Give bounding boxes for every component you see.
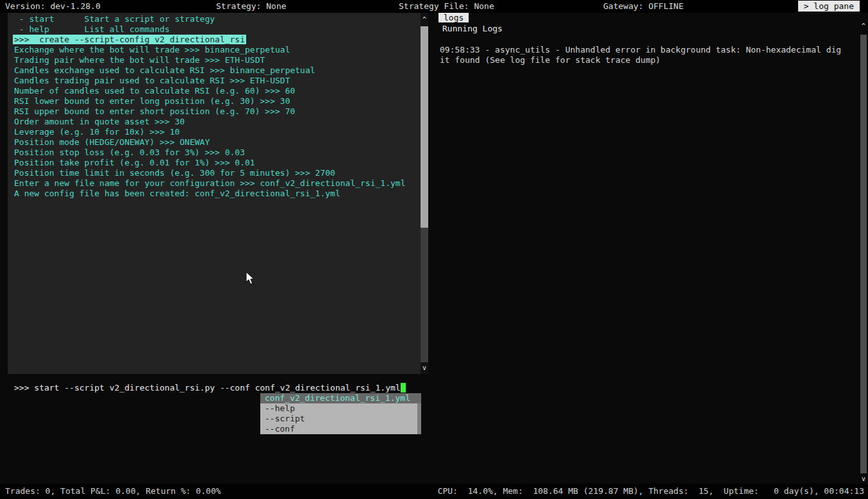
trades-status: Trades: 0, Total P&L: 0.00, Return %: 0.…: [5, 484, 221, 499]
autocomplete-option[interactable]: --conf: [260, 424, 421, 434]
version-label: Version: dev-1.28.0: [5, 0, 101, 13]
qa-line: Position stop loss (e.g. 0.03 for 3%) >>…: [14, 148, 421, 158]
autocomplete-scrollbar[interactable]: [417, 403, 421, 434]
log-entry: 09:58:33 - async_utils - Unhandled error…: [440, 45, 841, 65]
scroll-down-icon[interactable]: v: [421, 363, 428, 373]
bottom-status-bar: Trades: 0, Total P&L: 0.00, Return %: 0.…: [0, 484, 868, 499]
output-scrollbar-track[interactable]: [421, 228, 428, 362]
autocomplete-option-selected[interactable]: conf_v2_directional_rsi_1.yml: [260, 393, 421, 403]
autocomplete-option[interactable]: --script: [260, 414, 421, 424]
input-cursor: [401, 383, 406, 393]
qa-line: Position take profit (e.g. 0.01 for 1%) …: [14, 158, 421, 168]
scroll-up-icon[interactable]: ^: [421, 15, 428, 25]
hummingbot-terminal: { "header": { "version": "Version: dev-1…: [0, 0, 868, 499]
qa-line: Number of candles used to calculate RSI …: [14, 86, 421, 96]
top-status-bar: Version: dev-1.28.0 Strategy: None Strat…: [0, 0, 868, 13]
log-scrollbar[interactable]: ^ v: [860, 19, 867, 485]
qa-line: Candles trading pair used to calculate R…: [14, 76, 421, 86]
qa-line: Position mode (HEDGE/ONEWAY) >>> ONEWAY: [14, 137, 421, 148]
qa-line: RSI upper bound to enter short position …: [14, 106, 421, 117]
qa-line: Trading pair where the bot will trade >>…: [14, 55, 421, 65]
autocomplete-option[interactable]: --help: [260, 403, 421, 414]
qa-line: Enter a new file name for your configura…: [14, 178, 421, 189]
result-line: A new config file has been created: conf…: [14, 189, 421, 199]
qa-line: Exchange where the bot will trade >>> bi…: [14, 45, 421, 55]
command-highlight-line: >>> create --script-config v2_directiona…: [14, 35, 421, 45]
help-line: - start Start a script or strategy: [14, 14, 421, 24]
strategy-label: Strategy: None: [216, 0, 287, 13]
highlighted-command: >>> create --script-config v2_directiona…: [13, 35, 246, 44]
strategy-file-label: Strategy File: None: [399, 0, 494, 13]
output-scrollbar[interactable]: ^ v: [421, 13, 428, 374]
qa-line: Leverage (e.g. 10 for 10x) >>> 10: [14, 127, 421, 137]
qa-line: Candles exchange used to calculate RSI >…: [14, 65, 421, 76]
log-pane-button[interactable]: > log pane: [798, 1, 860, 12]
system-status: CPU: 14.0%, Mem: 108.64 MB (219.87 MB), …: [438, 484, 864, 499]
qa-line: RSI lower bound to enter long position (…: [14, 96, 421, 106]
tab-logs[interactable]: logs: [438, 13, 469, 22]
autocomplete-menu: conf_v2_directional_rsi_1.yml --help --s…: [260, 393, 421, 434]
output-scrollbar-thumb[interactable]: [421, 26, 428, 228]
log-scroll-down-icon[interactable]: v: [860, 474, 867, 484]
help-line: - help List all commands: [14, 24, 421, 35]
qa-line: Position time limit in seconds (e.g. 300…: [14, 168, 421, 178]
command-input[interactable]: >>> start --script v2_directional_rsi.py…: [14, 383, 406, 393]
log-pane-title: Running Logs: [442, 24, 503, 34]
qa-line: Order amount in quote asset >>> 30: [14, 117, 421, 127]
gateway-label: Gateway: OFFLINE: [603, 0, 683, 13]
log-scrollbar-thumb[interactable]: [860, 35, 867, 473]
log-scroll-up-icon[interactable]: ^: [860, 21, 867, 31]
command-input-text: >>> start --script v2_directional_rsi.py…: [14, 383, 401, 393]
output-pane[interactable]: - start Start a script or strategy - hel…: [8, 13, 421, 374]
